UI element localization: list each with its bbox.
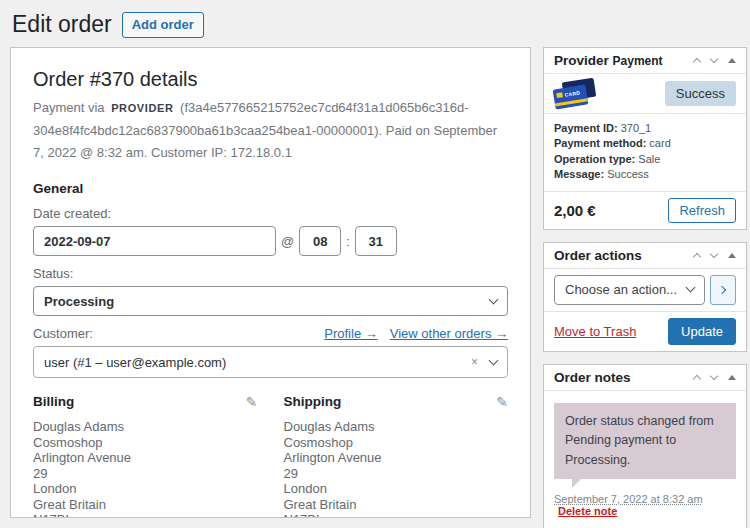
chevron-down-icon [489,294,499,304]
address-line: London [33,481,258,497]
address-line: Arlington Avenue [33,450,258,466]
payment-details: Payment ID: 370_1 Payment method: card O… [544,114,746,191]
payment-panel-title-sub: Payment [613,54,663,68]
toggle-panel-icon[interactable] [728,375,736,380]
payment-panel-title-main: Provider [554,53,609,68]
order-notes-list: Order status changed from Pending paymen… [544,391,746,528]
note-text: Order status changed from Pending paymen… [554,403,736,479]
address-line: N17BL [284,512,509,518]
customer-label: Customer: [33,326,93,341]
minute-input[interactable] [355,226,397,256]
panel-handle-actions [694,373,736,382]
order-actions-title: Order actions [554,248,642,263]
customer-selected-value: user (#1 – user@example.com) [44,355,471,370]
refresh-button[interactable]: Refresh [668,198,736,223]
chevron-down-icon [686,283,696,293]
order-actions-footer: Move to Trash Update [544,312,746,351]
clear-customer-icon[interactable]: × [471,355,478,369]
credit-card-icon: CARD [554,80,598,107]
order-action-select[interactable]: Choose an action... [554,275,705,305]
order-action-selected-value: Choose an action... [565,282,677,297]
order-details-panel: Order #370 details Payment via PROVIDER … [10,47,531,518]
payment-method-line: Payment method: card [554,136,736,152]
address-line: N17BL [33,512,258,518]
payment-total: 2,00 € [554,202,596,219]
customer-row: Customer: Profile → View other orders → [33,326,508,341]
payment-panel-title: Provider Payment [554,53,663,68]
address-line: Cosmoshop [33,435,258,451]
addresses-section: Billing ✎ Douglas Adams Cosmoshop Arling… [33,394,508,518]
payment-provider-name: PROVIDER [111,102,173,114]
toggle-panel-icon[interactable] [728,58,736,63]
chevron-right-icon [718,286,726,294]
date-created-label: Date created: [33,206,508,221]
payment-id-line: Payment ID: 370_1 [554,121,736,137]
at-symbol: @ [281,234,294,249]
customer-select[interactable]: user (#1 – user@example.com) × [33,346,508,378]
payment-via-prefix: Payment via [33,100,105,115]
sidebar: Provider Payment CARD [543,47,747,528]
billing-heading: Billing [33,394,74,409]
address-line: Douglas Adams [284,419,509,435]
date-created-input[interactable] [33,226,276,256]
date-created-row: @ : [33,226,508,256]
edit-shipping-icon[interactable]: ✎ [496,395,508,409]
address-line: Great Britain [284,497,509,513]
page-header: Edit order Add order [10,10,750,40]
action-select-row: Choose an action... [544,269,746,311]
add-order-button[interactable]: Add order [122,12,204,38]
status-select[interactable]: Processing [33,286,508,316]
note-meta: September 7, 2022 at 8:32 am Delete note [554,493,736,517]
move-down-icon[interactable] [710,250,718,258]
billing-header: Billing ✎ [33,394,258,409]
run-action-button[interactable] [710,275,736,305]
order-notes-header: Order notes [544,365,746,391]
payment-provider-panel: Provider Payment CARD [543,47,747,230]
payment-card-row: CARD Success [544,74,746,113]
order-actions-panel: Order actions Choose an action... Move [543,242,747,352]
note-date-link[interactable]: September 7, 2022 at 8:32 am [554,493,703,505]
payment-via-text: Payment via PROVIDER (f3a4e577665215752e… [33,97,508,165]
hour-input[interactable] [299,226,341,256]
profile-link[interactable]: Profile → [324,326,377,341]
message-line: Message: Success [554,167,736,183]
chevron-down-icon [489,355,499,365]
order-heading: Order #370 details [33,68,508,91]
move-up-icon[interactable] [693,375,701,383]
payment-panel-header: Provider Payment [544,48,746,74]
card-icon-text: CARD [564,89,580,97]
move-up-icon[interactable] [693,253,701,261]
panel-handle-actions [694,56,736,65]
address-line: Great Britain [33,497,258,513]
move-up-icon[interactable] [693,58,701,66]
address-line: 29 [284,466,509,482]
shipping-section: Shipping ✎ Douglas Adams Cosmoshop Arlin… [284,394,509,518]
move-down-icon[interactable] [710,372,718,380]
status-label: Status: [33,266,508,281]
move-down-icon[interactable] [710,55,718,63]
address-line: 29 [33,466,258,482]
edit-billing-icon[interactable]: ✎ [246,395,258,409]
shipping-header: Shipping ✎ [284,394,509,409]
move-to-trash-link[interactable]: Move to Trash [554,324,636,339]
update-button[interactable]: Update [668,318,736,345]
status-selected-value: Processing [44,294,114,309]
order-note: Order status changed from Pending paymen… [554,403,736,517]
operation-type-line: Operation type: Sale [554,152,736,168]
delete-note-link[interactable]: Delete note [558,505,617,517]
order-notes-title: Order notes [554,370,631,385]
view-other-orders-link[interactable]: View other orders → [390,326,508,341]
general-heading: General [33,181,508,196]
shipping-heading: Shipping [284,394,342,409]
panel-handle-actions [694,251,736,260]
address-line: Arlington Avenue [284,450,509,466]
payment-total-row: 2,00 € Refresh [544,192,746,229]
time-separator: : [346,234,350,249]
content-layout: Order #370 details Payment via PROVIDER … [10,47,750,528]
toggle-panel-icon[interactable] [728,253,736,258]
card-chip-icon [556,92,563,98]
order-actions-header: Order actions [544,243,746,269]
order-notes-panel: Order notes Order status changed from Pe… [543,364,747,528]
customer-links: Profile → View other orders → [324,326,508,341]
address-line: London [284,481,509,497]
